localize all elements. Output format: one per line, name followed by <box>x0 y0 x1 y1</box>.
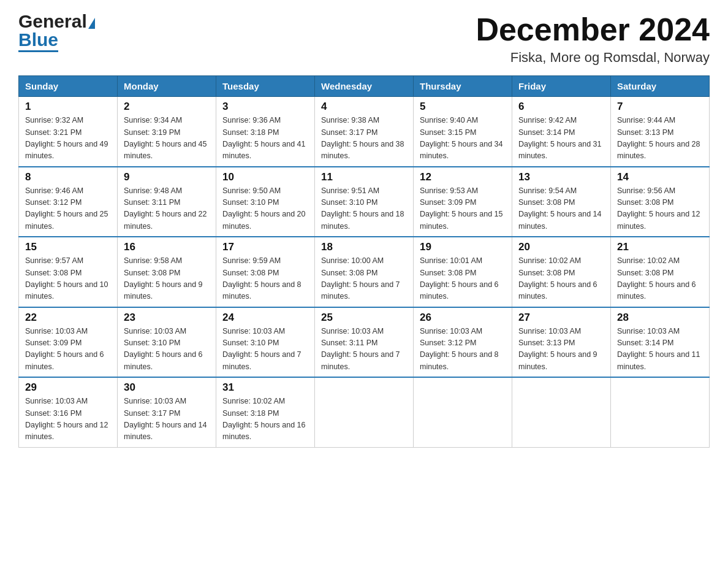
calendar-cell <box>512 377 611 447</box>
day-info: Sunrise: 10:03 AMSunset: 3:11 PMDaylight… <box>321 327 400 371</box>
calendar-cell: 14 Sunrise: 9:56 AMSunset: 3:08 PMDaylig… <box>611 167 710 237</box>
calendar-cell: 7 Sunrise: 9:44 AMSunset: 3:13 PMDayligh… <box>611 97 710 167</box>
day-info: Sunrise: 9:44 AMSunset: 3:13 PMDaylight:… <box>617 116 700 160</box>
day-number: 12 <box>420 171 506 183</box>
calendar-cell: 26 Sunrise: 10:03 AMSunset: 3:12 PMDayli… <box>414 307 512 378</box>
day-number: 5 <box>420 101 506 113</box>
calendar-cell: 27 Sunrise: 10:03 AMSunset: 3:13 PMDayli… <box>512 307 611 378</box>
day-number: 22 <box>25 312 111 324</box>
day-info: Sunrise: 10:03 AMSunset: 3:10 PMDaylight… <box>124 327 203 371</box>
day-info: Sunrise: 9:48 AMSunset: 3:11 PMDaylight:… <box>124 186 207 231</box>
calendar-cell: 19 Sunrise: 10:01 AMSunset: 3:08 PMDayli… <box>414 237 512 307</box>
calendar-cell: 6 Sunrise: 9:42 AMSunset: 3:14 PMDayligh… <box>512 97 611 167</box>
day-number: 8 <box>25 171 111 183</box>
day-info: Sunrise: 10:03 AMSunset: 3:14 PMDaylight… <box>617 327 700 371</box>
calendar-cell: 4 Sunrise: 9:38 AMSunset: 3:17 PMDayligh… <box>315 97 414 167</box>
header-thursday: Thursday <box>414 76 512 97</box>
day-info: Sunrise: 10:03 AMSunset: 3:13 PMDaylight… <box>518 327 597 371</box>
title-area: December 2024 Fiska, More og Romsdal, No… <box>476 12 710 66</box>
header-wednesday: Wednesday <box>315 76 414 97</box>
week-row-1: 1 Sunrise: 9:32 AMSunset: 3:21 PMDayligh… <box>19 97 710 167</box>
calendar-cell: 9 Sunrise: 9:48 AMSunset: 3:11 PMDayligh… <box>118 167 216 237</box>
header-tuesday: Tuesday <box>216 76 315 97</box>
calendar-cell: 5 Sunrise: 9:40 AMSunset: 3:15 PMDayligh… <box>414 97 512 167</box>
day-info: Sunrise: 9:36 AMSunset: 3:18 PMDaylight:… <box>222 116 306 160</box>
calendar-cell: 31 Sunrise: 10:02 AMSunset: 3:18 PMDayli… <box>216 377 315 447</box>
day-number: 16 <box>124 241 210 253</box>
calendar-cell: 15 Sunrise: 9:57 AMSunset: 3:08 PMDaylig… <box>19 237 118 307</box>
day-number: 15 <box>25 241 111 253</box>
weekday-header-row: Sunday Monday Tuesday Wednesday Thursday… <box>19 76 710 97</box>
day-number: 17 <box>222 241 308 253</box>
day-number: 2 <box>124 101 210 113</box>
header-monday: Monday <box>118 76 216 97</box>
location-subtitle: Fiska, More og Romsdal, Norway <box>476 50 710 66</box>
calendar-cell: 25 Sunrise: 10:03 AMSunset: 3:11 PMDayli… <box>315 307 414 378</box>
day-number: 9 <box>124 171 210 183</box>
day-info: Sunrise: 9:59 AMSunset: 3:08 PMDaylight:… <box>222 256 301 301</box>
calendar-cell: 22 Sunrise: 10:03 AMSunset: 3:09 PMDayli… <box>19 307 118 378</box>
day-info: Sunrise: 9:58 AMSunset: 3:08 PMDaylight:… <box>124 256 203 301</box>
day-info: Sunrise: 10:03 AMSunset: 3:12 PMDaylight… <box>420 327 499 371</box>
calendar-cell: 18 Sunrise: 10:00 AMSunset: 3:08 PMDayli… <box>315 237 414 307</box>
day-info: Sunrise: 10:03 AMSunset: 3:09 PMDaylight… <box>25 327 104 371</box>
calendar: Sunday Monday Tuesday Wednesday Thursday… <box>18 75 710 448</box>
day-info: Sunrise: 10:03 AMSunset: 3:17 PMDaylight… <box>124 397 207 441</box>
day-info: Sunrise: 10:00 AMSunset: 3:08 PMDaylight… <box>321 256 400 301</box>
calendar-cell: 21 Sunrise: 10:02 AMSunset: 3:08 PMDayli… <box>611 237 710 307</box>
day-number: 23 <box>124 312 210 324</box>
day-number: 21 <box>617 241 703 253</box>
calendar-cell: 12 Sunrise: 9:53 AMSunset: 3:09 PMDaylig… <box>414 167 512 237</box>
day-info: Sunrise: 9:32 AMSunset: 3:21 PMDaylight:… <box>25 116 108 160</box>
day-info: Sunrise: 10:02 AMSunset: 3:08 PMDaylight… <box>617 256 696 301</box>
day-number: 31 <box>222 381 308 394</box>
day-info: Sunrise: 9:42 AMSunset: 3:14 PMDaylight:… <box>518 116 602 160</box>
day-number: 3 <box>222 101 308 113</box>
day-number: 18 <box>321 241 407 253</box>
day-number: 27 <box>518 312 604 324</box>
day-number: 29 <box>25 381 111 394</box>
day-info: Sunrise: 9:54 AMSunset: 3:08 PMDaylight:… <box>518 186 602 231</box>
week-row-3: 15 Sunrise: 9:57 AMSunset: 3:08 PMDaylig… <box>19 237 710 307</box>
calendar-cell: 13 Sunrise: 9:54 AMSunset: 3:08 PMDaylig… <box>512 167 611 237</box>
month-title: December 2024 <box>476 12 710 47</box>
header: General Blue December 2024 Fiska, More o… <box>18 12 710 66</box>
day-info: Sunrise: 9:51 AMSunset: 3:10 PMDaylight:… <box>321 186 404 231</box>
calendar-cell: 23 Sunrise: 10:03 AMSunset: 3:10 PMDayli… <box>118 307 216 378</box>
calendar-cell: 2 Sunrise: 9:34 AMSunset: 3:19 PMDayligh… <box>118 97 216 167</box>
day-info: Sunrise: 10:02 AMSunset: 3:18 PMDaylight… <box>222 397 306 441</box>
calendar-cell: 8 Sunrise: 9:46 AMSunset: 3:12 PMDayligh… <box>19 167 118 237</box>
day-number: 11 <box>321 171 407 183</box>
day-number: 14 <box>617 171 703 183</box>
header-sunday: Sunday <box>19 76 118 97</box>
calendar-cell: 17 Sunrise: 9:59 AMSunset: 3:08 PMDaylig… <box>216 237 315 307</box>
logo-triangle-icon <box>88 18 95 29</box>
calendar-cell <box>414 377 512 447</box>
day-info: Sunrise: 9:34 AMSunset: 3:19 PMDaylight:… <box>124 116 207 160</box>
calendar-cell: 1 Sunrise: 9:32 AMSunset: 3:21 PMDayligh… <box>19 97 118 167</box>
calendar-cell: 24 Sunrise: 10:03 AMSunset: 3:10 PMDayli… <box>216 307 315 378</box>
header-saturday: Saturday <box>611 76 710 97</box>
day-info: Sunrise: 9:56 AMSunset: 3:08 PMDaylight:… <box>617 186 700 231</box>
calendar-cell: 11 Sunrise: 9:51 AMSunset: 3:10 PMDaylig… <box>315 167 414 237</box>
calendar-cell: 3 Sunrise: 9:36 AMSunset: 3:18 PMDayligh… <box>216 97 315 167</box>
day-info: Sunrise: 10:02 AMSunset: 3:08 PMDaylight… <box>518 256 597 301</box>
day-info: Sunrise: 9:50 AMSunset: 3:10 PMDaylight:… <box>222 186 306 231</box>
week-row-2: 8 Sunrise: 9:46 AMSunset: 3:12 PMDayligh… <box>19 167 710 237</box>
day-info: Sunrise: 9:38 AMSunset: 3:17 PMDaylight:… <box>321 116 404 160</box>
day-info: Sunrise: 9:46 AMSunset: 3:12 PMDaylight:… <box>25 186 108 231</box>
day-info: Sunrise: 10:01 AMSunset: 3:08 PMDaylight… <box>420 256 499 301</box>
calendar-cell <box>315 377 414 447</box>
logo-general: General <box>18 12 87 31</box>
calendar-cell: 20 Sunrise: 10:02 AMSunset: 3:08 PMDayli… <box>512 237 611 307</box>
day-number: 1 <box>25 101 111 113</box>
day-number: 10 <box>222 171 308 183</box>
day-number: 19 <box>420 241 506 253</box>
day-number: 4 <box>321 101 407 113</box>
logo: General Blue <box>18 12 95 52</box>
day-info: Sunrise: 10:03 AMSunset: 3:16 PMDaylight… <box>25 397 108 441</box>
day-number: 6 <box>518 101 604 113</box>
day-info: Sunrise: 9:57 AMSunset: 3:08 PMDaylight:… <box>25 256 108 301</box>
day-info: Sunrise: 9:53 AMSunset: 3:09 PMDaylight:… <box>420 186 503 231</box>
header-friday: Friday <box>512 76 611 97</box>
